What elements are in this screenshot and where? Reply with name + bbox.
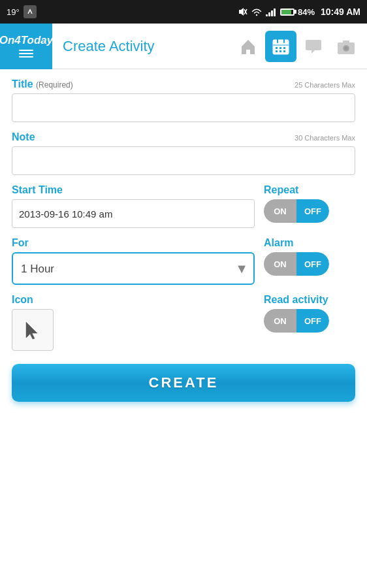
for-select[interactable]: 1 Hour 30 Minutes 2 Hours 3 Hours <box>12 252 255 285</box>
for-col: For 1 Hour 30 Minutes 2 Hours 3 Hours ▼ <box>12 237 255 285</box>
hamburger-menu[interactable] <box>19 50 33 57</box>
status-left: 19° <box>7 5 37 18</box>
calendar-button[interactable] <box>265 31 296 62</box>
icon-selector[interactable] <box>12 309 54 351</box>
repeat-label: Repeat <box>264 184 298 196</box>
svg-rect-4 <box>268 12 270 16</box>
start-time-row: Start Time 2013-09-16 10:49 am Repeat ON… <box>12 184 355 228</box>
repeat-toggle-switch[interactable]: ON OFF <box>264 199 329 223</box>
repeat-col: Repeat ON OFF <box>264 184 355 228</box>
signal-icon <box>265 7 277 17</box>
note-label: Note <box>12 131 35 143</box>
alarm-col: Alarm ON OFF <box>264 237 355 285</box>
for-label: For <box>12 237 29 249</box>
status-icons <box>238 7 277 17</box>
alarm-toggle[interactable]: ON OFF <box>264 252 355 276</box>
title-label: Title (Required) <box>12 78 73 90</box>
temperature: 19° <box>7 7 20 17</box>
cursor-icon <box>20 317 46 343</box>
read-activity-toggle[interactable]: ON OFF <box>264 309 355 333</box>
status-right: 84% 10:49 AM <box>238 7 360 17</box>
svg-rect-8 <box>273 40 289 45</box>
svg-rect-21 <box>343 41 349 43</box>
header: On4Today Create Activity <box>0 24 367 69</box>
wifi-icon <box>251 7 263 17</box>
for-alarm-row: For 1 Hour 30 Minutes 2 Hours 3 Hours ▼ … <box>12 237 355 285</box>
page-title: Create Activity <box>52 38 232 55</box>
read-on-btn[interactable]: ON <box>264 309 296 333</box>
read-activity-label-row: Read activity <box>264 294 355 306</box>
svg-rect-0 <box>25 7 35 16</box>
camera-button[interactable] <box>330 31 362 62</box>
read-activity-col: Read activity ON OFF <box>264 294 355 333</box>
title-max: 25 Characters Max <box>295 81 355 89</box>
weather-icon <box>24 5 37 18</box>
svg-rect-15 <box>276 50 278 52</box>
read-off-btn[interactable]: OFF <box>296 309 329 333</box>
main-form: Title (Required) 25 Characters Max Note … <box>0 69 367 411</box>
logo-text: On4Today <box>0 35 53 47</box>
svg-point-20 <box>344 46 348 50</box>
svg-rect-16 <box>279 50 281 52</box>
time: 10:49 AM <box>321 7 360 17</box>
note-max: 30 Characters Max <box>295 134 355 142</box>
svg-rect-3 <box>266 14 268 16</box>
alarm-on-btn[interactable]: ON <box>264 252 296 276</box>
icon-col: Icon <box>12 294 255 351</box>
alarm-off-btn[interactable]: OFF <box>296 252 329 276</box>
svg-rect-6 <box>274 8 276 16</box>
start-time-input[interactable]: 2013-09-16 10:49 am <box>12 199 255 228</box>
repeat-label-row: Repeat <box>264 184 355 196</box>
svg-rect-12 <box>276 47 278 49</box>
start-time-col: Start Time 2013-09-16 10:49 am <box>12 184 255 228</box>
svg-rect-5 <box>271 10 273 16</box>
battery-icon <box>280 8 295 16</box>
title-input[interactable] <box>12 93 355 122</box>
app-logo[interactable]: On4Today <box>0 24 52 69</box>
start-time-label-row: Start Time <box>12 184 255 196</box>
read-activity-label: Read activity <box>264 294 328 306</box>
icon-read-row: Icon Read activity ON OFF <box>12 294 355 351</box>
start-time-label: Start Time <box>12 184 63 196</box>
note-input[interactable] <box>12 146 355 175</box>
status-bar: 19° <box>0 0 367 24</box>
alarm-toggle-switch[interactable]: ON OFF <box>264 252 329 276</box>
svg-rect-17 <box>283 50 285 52</box>
note-label-row: Note 30 Characters Max <box>12 131 355 143</box>
svg-rect-14 <box>283 47 285 49</box>
create-button[interactable]: CREATE <box>12 364 355 402</box>
icon-label-row: Icon <box>12 294 255 306</box>
home-button[interactable] <box>232 31 264 62</box>
alarm-label: Alarm <box>264 237 293 249</box>
read-activity-toggle-switch[interactable]: ON OFF <box>264 309 329 333</box>
repeat-toggle[interactable]: ON OFF <box>264 199 355 223</box>
title-label-row: Title (Required) 25 Characters Max <box>12 78 355 90</box>
chat-button[interactable] <box>298 31 329 62</box>
alarm-label-row: Alarm <box>264 237 355 249</box>
battery-percent: 84% <box>298 7 315 17</box>
repeat-off-btn[interactable]: OFF <box>296 199 329 223</box>
svg-rect-13 <box>279 47 281 49</box>
repeat-on-btn[interactable]: ON <box>264 199 296 223</box>
mute-icon <box>238 7 248 17</box>
icon-label: Icon <box>12 294 33 306</box>
for-label-row: For <box>12 237 255 249</box>
for-select-wrapper: 1 Hour 30 Minutes 2 Hours 3 Hours ▼ <box>12 252 255 285</box>
header-nav-icons <box>232 31 367 62</box>
